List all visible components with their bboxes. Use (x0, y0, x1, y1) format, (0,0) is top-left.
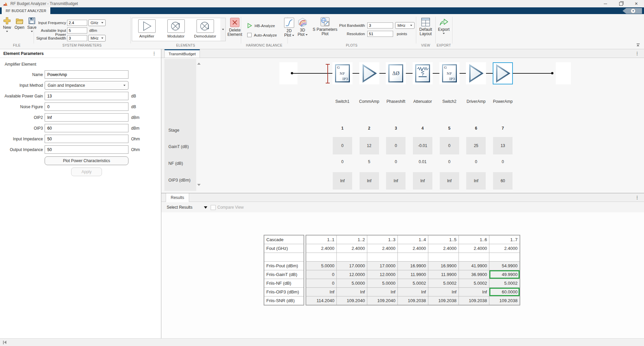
results-table: 1..1 1..2 1..3 1..4 1..5 1..6 1..7 2.400… (306, 235, 520, 305)
gain-value[interactable]: 25 (466, 137, 486, 154)
input-method-label: Input Method (3, 83, 43, 88)
demodulator-icon (197, 19, 214, 33)
chain-element-poweramp-selected[interactable] (489, 62, 516, 84)
input-frequency-unit-dropdown[interactable]: GHz (88, 19, 106, 26)
output-impedance-field[interactable] (45, 145, 128, 154)
export-button[interactable]: Export (437, 18, 451, 34)
gain-value[interactable]: 0 (386, 137, 406, 154)
collapse-panel-icon[interactable] (3, 341, 6, 344)
auto-analyze-checkbox[interactable]: Auto-Analyze (247, 33, 277, 37)
help-button[interactable]: ? (623, 8, 642, 14)
apply-button[interactable]: Apply (71, 167, 102, 176)
results-cell: Inf (398, 288, 428, 296)
input-impedance-field[interactable] (45, 135, 128, 143)
oip3-value[interactable]: Inf (466, 172, 486, 190)
compare-view-checkbox[interactable] (211, 205, 216, 210)
tab-transmitbudget[interactable]: TransmitBudget (164, 49, 200, 58)
plot-bandwidth-unit-dropdown[interactable]: MHz (395, 22, 415, 29)
input-method-dropdown[interactable]: Gain and Impedance (45, 81, 128, 90)
results-cell (489, 253, 520, 261)
gain-value[interactable]: 12 (360, 137, 379, 154)
name-field[interactable] (45, 70, 128, 79)
help-icon: ? (631, 8, 636, 13)
chain-element-attenuator[interactable] (409, 62, 436, 84)
window-controls: ✕ (598, 0, 644, 7)
gain-value[interactable]: 13 (493, 137, 513, 154)
oip2-field[interactable] (45, 113, 128, 122)
results-cell (428, 253, 459, 261)
2d-plot-button[interactable]: 2D Plot (283, 18, 295, 38)
chevron-down-icon (222, 29, 224, 30)
available-input-power-field[interactable] (67, 27, 87, 33)
results-cell (459, 253, 489, 261)
gain-values-row: 0 12 0 -0.01 0 25 13 (329, 137, 516, 154)
results-toolbar: Select Results Compare View (161, 202, 644, 212)
results-cell: 5.0002 (489, 279, 520, 287)
elements-gallery-expand[interactable] (220, 18, 226, 41)
oip3-value[interactable]: Inf (360, 172, 379, 190)
default-layout-button[interactable]: Default Layout (418, 18, 433, 36)
panel-menu-button[interactable]: ⋮ (152, 51, 156, 56)
chain-element-driveramp[interactable] (463, 62, 490, 84)
amplifier-button[interactable]: Amplifier (132, 18, 161, 41)
modulator-button[interactable]: Modulator (161, 18, 191, 41)
nf-value: 0 (382, 159, 409, 164)
scroll-up-icon[interactable] (197, 63, 201, 65)
input-frequency-field[interactable] (67, 20, 87, 26)
gain-value[interactable]: 0 (440, 137, 459, 154)
figure-strip-menu-button[interactable]: ⋮ (635, 51, 639, 56)
gain-value[interactable]: -0.01 (413, 137, 432, 154)
minimize-button[interactable] (598, 0, 613, 7)
collapse-ribbon-button[interactable] (636, 44, 640, 47)
oip3-value[interactable]: 60 (493, 172, 513, 190)
chevron-down-icon (292, 35, 294, 36)
gain-value[interactable]: 0 (333, 137, 352, 154)
signal-bandwidth-unit-dropdown[interactable]: MHz (88, 35, 106, 42)
chain-element-switch1[interactable]: G NF IP3 (329, 62, 356, 84)
output-node-dot (551, 72, 553, 74)
resolution-field[interactable] (367, 31, 393, 37)
s-parameters-plot-button[interactable]: S Parameters Plot (312, 17, 338, 36)
available-power-gain-field[interactable] (45, 92, 128, 100)
results-cell: 0 (306, 270, 336, 279)
chain-element-commamp[interactable] (356, 62, 383, 84)
plot-power-characteristics-button[interactable]: Plot Power Characteristics (45, 156, 128, 165)
hb-analyze-button[interactable]: HB-Analyze (247, 23, 275, 28)
section-label-system-parameters: SYSTEM PARAMETERS (34, 44, 130, 47)
available-power-gain-unit: dB (131, 94, 136, 98)
noise-figure-field[interactable] (45, 102, 128, 111)
delete-element-button[interactable]: Delete Element (227, 18, 243, 37)
generic-element-icon: G NF IP3 (335, 64, 350, 82)
2d-plot-icon (284, 18, 294, 28)
restore-button[interactable] (613, 0, 629, 7)
tab-results[interactable]: Results (166, 193, 189, 202)
demodulator-button[interactable]: Demodulator (191, 18, 220, 41)
select-results-dropdown[interactable] (204, 206, 207, 209)
tab-rf-budget-analyzer[interactable]: RF BUDGET ANALYZER (2, 7, 50, 14)
oip3-value[interactable]: Inf (333, 172, 352, 190)
3d-plot-button[interactable]: 3D Plot (297, 18, 308, 37)
oip3-value[interactable]: Inf (386, 172, 406, 190)
results-cell: Inf (337, 288, 367, 296)
3d-plot-icon (298, 18, 308, 27)
signal-bandwidth-field[interactable] (67, 35, 87, 41)
output-impedance-label: Output Impedance (3, 147, 43, 152)
oip3-field[interactable] (45, 124, 128, 132)
ribbon-separator (452, 17, 452, 44)
results-strip-menu-button[interactable]: ⋮ (635, 195, 639, 200)
oip3-value[interactable]: Inf (413, 172, 432, 190)
plot-bandwidth-label: Plot Bandwidth (335, 23, 365, 27)
oip3-value[interactable]: Inf (440, 172, 459, 190)
chain-element-phaseshift[interactable]: ΔØ (382, 62, 409, 84)
plot-bandwidth-field[interactable] (367, 22, 393, 28)
results-row-label: Friis-Pout (dBm) (264, 262, 304, 270)
open-button[interactable]: Open (14, 17, 25, 30)
stage-numbers-row: 1 2 3 4 5 6 7 (329, 126, 516, 131)
close-button[interactable]: ✕ (629, 0, 644, 7)
window-title: RF Budget Analyzer - TransmitBudget (10, 1, 78, 6)
chain-element-switch2[interactable]: G NF IP3 (436, 62, 463, 84)
new-icon (3, 17, 11, 24)
element-name: Switch1 (329, 99, 356, 104)
scroll-down-icon[interactable] (197, 184, 201, 186)
new-button[interactable]: New (1, 17, 13, 32)
